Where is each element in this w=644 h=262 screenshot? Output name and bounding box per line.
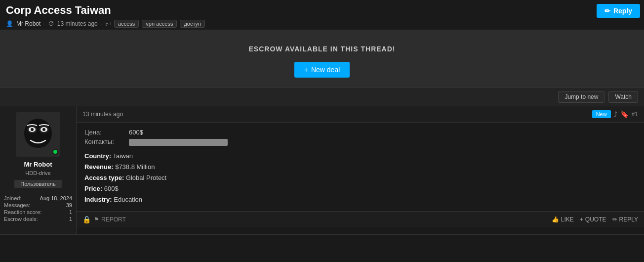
reply-button-label: Reply xyxy=(613,7,632,15)
contacts-value-redacted xyxy=(129,139,228,146)
watch-button[interactable]: Watch xyxy=(608,91,638,103)
thumbsup-icon: 👍 xyxy=(552,216,559,223)
detail-price: Price: 600$ xyxy=(84,183,636,194)
detail-price-label: Price: xyxy=(84,185,102,192)
like-button[interactable]: 👍 LIKE xyxy=(552,216,574,223)
plus-icon: + xyxy=(304,66,308,74)
detail-price-value: 600$ xyxy=(104,185,119,192)
svg-point-7 xyxy=(42,128,45,131)
post-header: 13 minutes ago New ⤴ 🔖 #1 xyxy=(77,106,644,123)
price-value: 600$ xyxy=(129,129,143,136)
detail-industry-label: Industry: xyxy=(84,196,112,203)
price-field: Цена: 600$ xyxy=(84,129,636,136)
detail-country-label: Country: xyxy=(84,152,111,160)
escrow-deals-value: 1 xyxy=(69,216,72,222)
joined-value: Aug 18, 2024 xyxy=(40,195,72,201)
avatar xyxy=(16,112,60,157)
detail-revenue-value: $738.8 Million xyxy=(115,163,155,171)
post-body: Цена: 600$ Контакты: Country: Taiwan Rev… xyxy=(77,123,644,211)
tag-dostup[interactable]: доступ xyxy=(180,20,205,28)
messages-row: Messages: 39 xyxy=(4,202,72,209)
post-details: Country: Taiwan Revenue: $738.8 Million … xyxy=(84,151,636,205)
flag-icon: ⚑ xyxy=(94,216,99,223)
post-container: Mr Robot HDD-drive Пользователь Joined: … xyxy=(0,106,644,235)
user-sidebar: Mr Robot HDD-drive Пользователь Joined: … xyxy=(0,106,77,234)
detail-country-value: Taiwan xyxy=(113,152,133,160)
price-label: Цена: xyxy=(84,129,129,136)
joined-label: Joined: xyxy=(4,195,21,201)
joined-row: Joined: Aug 18, 2024 xyxy=(4,195,72,202)
reaction-score-row: Reaction score: 1 xyxy=(4,209,72,216)
tag-vpn-access[interactable]: vpn access xyxy=(142,20,177,28)
reaction-score-value: 1 xyxy=(69,209,72,215)
online-indicator xyxy=(52,149,58,155)
post-time-meta: 13 minutes ago xyxy=(57,20,98,27)
like-label: LIKE xyxy=(561,216,574,223)
post-actions: New ⤴ 🔖 #1 xyxy=(592,110,638,118)
jump-to-new-button[interactable]: Jump to new xyxy=(558,91,604,103)
user-subtitle: HDD-drive xyxy=(25,170,50,176)
user-role-badge: Пользователь xyxy=(14,180,61,188)
escrow-deals-label: Escrow deals: xyxy=(4,216,38,222)
detail-access-type: Access type: Global Protect xyxy=(84,173,636,183)
reply-icon: ✏ xyxy=(604,7,610,15)
plus-quote-icon: + xyxy=(580,216,583,223)
contacts-field: Контакты: xyxy=(84,138,636,146)
reaction-score-label: Reaction score: xyxy=(4,209,41,215)
reply-footer-icon: ✏ xyxy=(612,216,617,223)
post-timestamp: 13 minutes ago xyxy=(82,111,123,118)
report-button[interactable]: ⚑ REPORT xyxy=(94,216,126,223)
reply-button-footer[interactable]: ✏ REPLY xyxy=(612,216,638,223)
page-header: Corp Access Taiwan 👤 Mr Robot · ⏱ 13 min… xyxy=(0,0,644,30)
reply-button-top[interactable]: ✏ Reply xyxy=(597,4,640,18)
lock-icon: 🔒 xyxy=(82,216,91,223)
quote-label: QUOTE xyxy=(585,216,606,223)
clock-icon: ⏱ xyxy=(48,20,54,27)
username[interactable]: Mr Robot xyxy=(24,161,52,168)
detail-revenue: Revenue: $738.8 Million xyxy=(84,162,636,173)
post-author[interactable]: Mr Robot xyxy=(16,20,40,27)
author-icon: 👤 xyxy=(6,20,13,27)
escrow-deals-row: Escrow deals: 1 xyxy=(4,216,72,222)
post-footer-right: 👍 LIKE + QUOTE ✏ REPLY xyxy=(552,216,638,223)
post-footer: 🔒 ⚑ REPORT 👍 LIKE + QUOTE ✏ REPLY xyxy=(77,211,644,227)
quote-button[interactable]: + QUOTE xyxy=(580,216,606,223)
post-meta: 👤 Mr Robot · ⏱ 13 minutes ago · 🏷 access… xyxy=(6,20,638,28)
tag-icon: 🏷 xyxy=(105,20,111,27)
post-footer-left: 🔒 ⚑ REPORT xyxy=(82,216,126,223)
contacts-label: Контакты: xyxy=(84,138,129,146)
new-badge: New xyxy=(592,110,611,118)
svg-point-1 xyxy=(24,119,52,148)
detail-access-type-label: Access type: xyxy=(84,174,124,181)
detail-industry-value: Education xyxy=(114,196,142,203)
thread-toolbar: Jump to new Watch xyxy=(0,88,644,106)
share-icon[interactable]: ⤴ xyxy=(614,110,617,118)
escrow-banner: ESCROW AVAILABLE IN THIS THREAD! + New d… xyxy=(0,30,644,88)
escrow-banner-text: ESCROW AVAILABLE IN THIS THREAD! xyxy=(10,45,634,53)
page-title: Corp Access Taiwan xyxy=(6,4,638,17)
messages-label: Messages: xyxy=(4,202,30,208)
post-content: 13 minutes ago New ⤴ 🔖 #1 Цена: 600$ Кон… xyxy=(77,106,644,234)
detail-industry: Industry: Education xyxy=(84,194,636,205)
post-number: #1 xyxy=(632,111,638,118)
bookmark-icon[interactable]: 🔖 xyxy=(620,110,629,118)
new-deal-label: New deal xyxy=(311,66,340,74)
report-label: REPORT xyxy=(101,216,126,223)
user-stats: Joined: Aug 18, 2024 Messages: 39 Reacti… xyxy=(4,195,72,222)
detail-access-type-value: Global Protect xyxy=(126,174,166,181)
messages-value: 39 xyxy=(66,202,72,208)
svg-point-6 xyxy=(31,128,34,131)
tag-access[interactable]: access xyxy=(114,20,139,28)
detail-country: Country: Taiwan xyxy=(84,151,636,162)
detail-revenue-label: Revenue: xyxy=(84,163,114,171)
reply-footer-label: REPLY xyxy=(619,216,638,223)
new-deal-button[interactable]: + New deal xyxy=(294,62,350,78)
